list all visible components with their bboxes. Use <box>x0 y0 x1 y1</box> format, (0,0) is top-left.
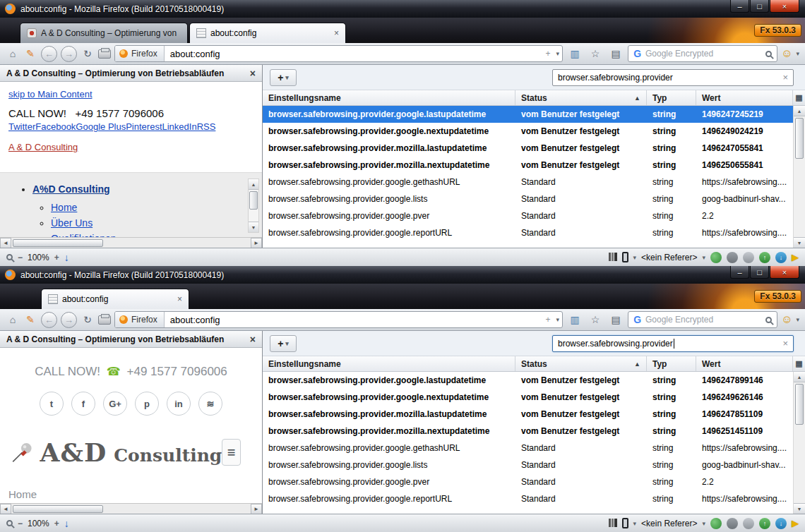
column-header-status[interactable]: Status ▲ <box>515 90 647 105</box>
referer-status[interactable]: <kein Referer> <box>641 519 697 528</box>
fx-version-badge[interactable]: Fx 53.0.3 <box>754 24 801 37</box>
pref-row[interactable]: browser.safebrowsing.provider.google.pve… <box>263 473 793 490</box>
url-bar[interactable]: Firefox about:config + ▾ <box>114 45 563 62</box>
pref-row[interactable]: browser.safebrowsing.provider.google.get… <box>263 174 793 191</box>
config-filter-input[interactable]: browser.safebrowsing.provider × <box>552 335 794 352</box>
globe-icon[interactable] <box>710 252 722 263</box>
facebook-icon[interactable]: f <box>71 392 95 416</box>
pref-row[interactable]: browser.safebrowsing.provider.mozilla.la… <box>263 406 793 423</box>
maximize-button[interactable]: □ <box>750 0 769 13</box>
pref-row[interactable]: browser.safebrowsing.provider.google.rep… <box>263 224 793 241</box>
url-plus-icon[interactable]: + <box>543 315 554 325</box>
url-dropdown-icon[interactable]: ▾ <box>554 316 563 323</box>
search-bar[interactable]: G Google Encrypted <box>628 45 777 62</box>
sidebar-horizontal-scrollbar[interactable]: ◄ ► <box>0 503 262 514</box>
tab-about-config[interactable]: about:config × <box>41 289 189 309</box>
scroll-up-icon[interactable]: ▲ <box>794 106 805 116</box>
search-magnifier-icon[interactable] <box>765 51 772 57</box>
column-header-name[interactable]: Einstellungsname <box>263 356 515 371</box>
tab-close-icon[interactable]: × <box>177 294 182 304</box>
search-bar[interactable]: G Google Encrypted <box>628 311 777 328</box>
column-header-name[interactable]: Einstellungsname <box>263 90 515 105</box>
library-icon[interactable]: ▥ <box>566 46 583 62</box>
scrollbar-thumb[interactable] <box>795 384 804 425</box>
scroll-down-icon[interactable]: ▼ <box>794 503 805 514</box>
mobile-icon[interactable] <box>622 518 628 528</box>
table-vertical-scrollbar[interactable]: ▲ ▼ <box>793 106 805 248</box>
chevron-down-icon[interactable]: ▾ <box>633 520 637 527</box>
toolbar-overflow-icon[interactable]: ▾ <box>796 50 799 57</box>
url-dropdown-icon[interactable]: ▾ <box>554 50 563 57</box>
column-header-status[interactable]: Status ▲ <box>515 356 647 371</box>
scroll-down-icon[interactable]: ▼ <box>249 222 258 232</box>
zoom-in-button[interactable]: + <box>54 253 59 262</box>
print-icon[interactable] <box>98 315 111 325</box>
titlebar[interactable]: about:config - Mozilla Firefox (Build 20… <box>0 266 805 284</box>
firefox-site-chip[interactable]: Firefox <box>115 312 165 327</box>
google-plus-icon[interactable]: G+ <box>103 392 127 416</box>
status-icon-gray[interactable] <box>743 252 754 263</box>
pref-row[interactable]: browser.safebrowsing.provider.google.get… <box>263 440 793 457</box>
clear-filter-icon[interactable]: × <box>782 338 788 349</box>
brand-link[interactable]: A & D Consulting <box>8 142 78 152</box>
url-bar[interactable]: Firefox about:config + ▾ <box>114 311 563 328</box>
forward-icon[interactable]: → <box>61 312 77 328</box>
scroll-left-icon[interactable]: ◄ <box>0 238 11 248</box>
scrollbar-thumb[interactable] <box>249 191 258 210</box>
forward-icon[interactable]: → <box>61 46 77 62</box>
tab-ad-consulting[interactable]: A & D Consulting – Optimierung von <box>20 23 188 43</box>
maximize-button[interactable]: □ <box>750 266 769 279</box>
hamburger-menu-button[interactable]: ≡ <box>222 439 241 466</box>
referer-status[interactable]: <kein Referer> <box>641 253 697 262</box>
chevron-down-icon[interactable]: ▾ <box>702 254 705 261</box>
download-status-icon[interactable]: ↓ <box>775 252 787 263</box>
smiley-extension-icon[interactable]: ☺ <box>781 47 792 60</box>
add-pref-button[interactable]: + ▾ <box>270 69 297 86</box>
chevron-down-icon[interactable]: ▾ <box>702 520 705 527</box>
menu-item-home[interactable]: Home <box>51 202 77 213</box>
column-header-type[interactable]: Typ <box>647 356 696 371</box>
zoom-out-button[interactable]: − <box>18 519 23 528</box>
download-status-icon[interactable]: ↓ <box>775 518 787 529</box>
home-icon[interactable]: ⌂ <box>6 46 20 61</box>
reload-icon[interactable]: ↻ <box>80 312 95 327</box>
menu-item-ueber-uns[interactable]: Über Uns <box>51 217 93 229</box>
pref-row[interactable]: browser.safebrowsing.provider.google.nex… <box>263 389 793 406</box>
zoom-out-button[interactable]: − <box>18 253 23 262</box>
pref-row[interactable]: browser.safebrowsing.provider.google.rep… <box>263 490 793 507</box>
search-placeholder[interactable]: Google Encrypted <box>645 315 761 325</box>
reload-icon[interactable]: ↻ <box>80 46 95 61</box>
pref-row[interactable]: browser.safebrowsing.provider.google.nex… <box>263 123 793 140</box>
print-icon[interactable] <box>98 49 111 59</box>
edit-icon[interactable]: ✎ <box>23 46 37 61</box>
sidebar-close-icon[interactable]: × <box>250 68 256 79</box>
zoom-magnifier-icon[interactable] <box>6 254 13 260</box>
column-picker-icon[interactable]: ▦ <box>793 90 805 105</box>
rss-icon[interactable]: ≋ <box>198 392 222 416</box>
pinterest-icon[interactable]: p <box>135 392 159 416</box>
scroll-left-icon[interactable]: ◄ <box>0 504 11 514</box>
tab-close-icon[interactable]: × <box>334 28 339 38</box>
chevron-down-icon[interactable]: ▾ <box>633 254 637 261</box>
back-icon[interactable]: ← <box>41 46 57 62</box>
table-vertical-scrollbar[interactable]: ▲ ▼ <box>793 372 805 514</box>
url-plus-icon[interactable]: + <box>543 49 554 59</box>
mobile-icon[interactable] <box>622 252 628 262</box>
pref-row[interactable]: browser.safebrowsing.provider.google.las… <box>263 372 793 389</box>
download-icon[interactable]: ↓ <box>64 518 69 529</box>
smiley-extension-icon[interactable]: ☺ <box>781 313 792 326</box>
home-breadcrumb[interactable]: Home <box>8 488 37 500</box>
bookmark-star-icon[interactable]: ☆ <box>587 312 604 328</box>
library-icon[interactable]: ▥ <box>566 312 583 328</box>
sidebar-horizontal-scrollbar[interactable]: ◄ ► <box>0 237 262 248</box>
pref-row[interactable]: browser.safebrowsing.provider.google.las… <box>263 106 793 123</box>
add-pref-button[interactable]: + ▾ <box>270 335 297 352</box>
column-header-value[interactable]: Wert <box>696 356 793 371</box>
pref-row[interactable]: browser.safebrowsing.provider.google.lis… <box>263 191 793 207</box>
stats-icon[interactable] <box>609 519 617 527</box>
search-magnifier-icon[interactable] <box>765 317 772 323</box>
linkedin-icon[interactable]: in <box>167 392 191 416</box>
config-filter-input[interactable]: browser.safebrowsing.provider × <box>552 69 794 86</box>
download-icon[interactable]: ↓ <box>64 252 69 263</box>
close-button[interactable]: × <box>770 0 799 13</box>
